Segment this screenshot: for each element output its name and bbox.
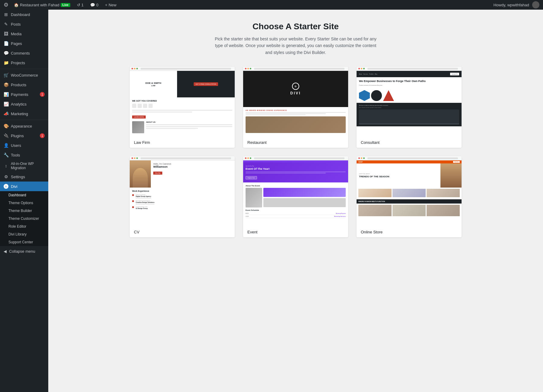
sidebar-item-comments[interactable]: 💬 Comments [0,48,48,58]
law-firm-preview: DOE & SMITH LAW GET A FREE CONSULTATION … [130,71,235,137]
divi-sub-theme-customizer[interactable]: Theme Customizer [0,215,48,223]
sidebar-label-media: Media [11,32,21,36]
sidebar-item-tools[interactable]: 🔧 Tools [0,150,48,160]
sidebar-item-payments[interactable]: 📊 Payments 1 [0,90,48,99]
event-purple-shape [263,188,346,197]
lf-icon-1 [132,104,136,108]
cv-person-silhouette [133,168,148,188]
os-fashion-header: WHERE FASHION MEETS FUNCTION [357,199,462,204]
browser-dot-green-c [363,68,365,69]
browser-url-bar-e [254,157,345,159]
sidebar-item-posts[interactable]: ✎ Posts [0,19,48,29]
browser-url-bar-cv [141,157,231,159]
browser-dot-red-r [245,68,246,69]
lf-about-line-1 [146,124,232,125]
page-header: Choose A Starter Site Pick the starter s… [60,22,531,56]
law-firm-cta-area: GET A FREE CONSULTATION [177,71,235,97]
event-schedule-title: Event Schedule [246,209,346,211]
browser-bar-consultant [357,67,462,71]
browser-url-bar-c [367,68,458,70]
starter-card-cv[interactable]: Hello, I'm Cameron Williamson Hire Me Wo… [130,156,235,237]
cv-photo-area [130,160,151,188]
sidebar-item-media[interactable]: 🖼 Media [0,29,48,39]
event-image-collage [246,188,346,207]
consultant-shapes [357,90,462,103]
browser-dot-green-e [250,157,251,159]
sidebar-label-tools: Tools [11,153,20,157]
sidebar-item-dashboard[interactable]: ⊞ Dashboard [0,10,48,19]
divi-sub-divi-library[interactable]: Divi Library [0,230,48,238]
sidebar-item-woocommerce[interactable]: 🛒 WooCommerce [0,70,48,80]
timeline-dot-3 [132,206,134,208]
starter-card-online-store[interactable]: SHOP Shop Now SHOP THE LATEST TRENDS OF … [357,156,462,237]
sidebar-item-plugins[interactable]: 🔌 Plugins 1 [0,131,48,141]
law-firm-label: Law Firm [130,137,235,148]
sidebar-item-marketing[interactable]: 📣 Marketing [0,109,48,119]
sched-time-1: 09:00 [246,213,249,214]
analytics-icon: 📈 [4,102,8,106]
sidebar-label-users: Users [11,143,21,148]
migration-icon: ↕ [4,163,8,168]
sched-row-1: 09:00 Opening Keynote [246,212,346,215]
event-line-1 [246,172,346,172]
lf-icons [132,104,232,108]
sched-time-2: 11:00 [246,216,249,217]
divi-sub-role-editor[interactable]: Role Editor [0,223,48,230]
os-hero-text-area: SHOP THE LATEST TRENDS OF THE SEASON [357,163,440,188]
cn-3: Portfolio [369,73,374,75]
consultant-nav: About Services Portfolio Blog [359,73,377,75]
sidebar-item-products[interactable]: 📦 Products [0,80,48,90]
cv-header-section: Hello, I'm Cameron Williamson Hire Me [130,160,235,188]
sched-row-2: 11:00 Workshop Sessions [246,215,346,218]
comments-counter[interactable]: 💬 0 [89,3,100,7]
rest-tagline: AN AWARD-WINNING DINING EXPERIENCE [246,109,346,111]
sidebar-item-projects[interactable]: 📁 Projects [0,58,48,68]
law-firm-header: DOE & SMITH LAW GET A FREE CONSULTATION [130,71,235,97]
update-counter[interactable]: ↺ 1 [76,3,85,7]
sidebar-label-marketing: Marketing [11,112,28,116]
browser-dot-yellow-c [361,68,362,69]
divi-sub-theme-builder[interactable]: Theme Builder [0,207,48,215]
avatar [532,1,539,8]
new-button[interactable]: + New [104,3,118,7]
divi-sub-theme-options[interactable]: Theme Options [0,199,48,207]
cn-4: Blog [375,73,377,75]
sidebar-item-allinone[interactable]: ↕ All-in-One WP Migration [0,160,48,172]
tl-line-1 [136,198,151,198]
lf-line-1 [132,110,232,111]
starter-card-consultant[interactable]: About Services Portfolio Blog Contact Us… [357,67,462,148]
consultant-headline: We Empower Businesses to Forge Their Own… [359,80,459,83]
browser-bar-restaurant [243,67,348,71]
cv-timeline-item-2: Associate Design Engineer Creative Desig… [132,200,232,204]
cv-label: CV [130,227,235,237]
sidebar-item-users[interactable]: 👤 Users [0,141,48,150]
site-name[interactable]: 🏠 Restaurant with Fahad Live [13,3,71,7]
lf-about-line-3 [146,128,198,129]
products-icon: 📦 [4,82,8,87]
browser-dot-green [136,68,138,69]
sidebar-item-settings[interactable]: ⚙ Settings [0,172,48,182]
sidebar-item-divi[interactable]: D Divi [0,182,48,191]
sidebar-item-appearance[interactable]: 🎨 Appearance [0,121,48,131]
collapse-menu-button[interactable]: ◀ Collapse menu [0,246,48,257]
divi-sub-support-center[interactable]: Support Center [0,238,48,246]
starter-card-event[interactable]: Join Us For The Event Of The Year! Regis… [243,156,348,237]
online-store-label: Online Store [357,227,462,237]
sidebar-item-pages[interactable]: 📄 Pages [0,39,48,48]
starter-card-restaurant[interactable]: D DIVI AN AWARD-WINNING DINING EXPERIENC… [243,67,348,148]
browser-dot-red-c [358,68,360,69]
lf-about-line-2 [146,126,232,127]
starter-card-law-firm[interactable]: DOE & SMITH LAW GET A FREE CONSULTATION … [130,67,235,148]
lf-icon-4 [148,104,153,108]
os-product-1 [358,189,392,197]
payments-icon: 📊 [4,92,8,97]
update-icon: ↺ [77,3,80,7]
browser-dot-green-os [363,157,365,159]
timeline-dot-2 [132,200,134,202]
wp-logo-icon[interactable]: ⚙ [4,2,8,8]
laptop-base [359,123,459,125]
browser-dot-green-cv [136,157,138,159]
sidebar-item-analytics[interactable]: 📈 Analytics [0,99,48,109]
divi-sub-dashboard[interactable]: Dashboard [0,191,48,199]
os-product-row-1 [358,189,460,197]
